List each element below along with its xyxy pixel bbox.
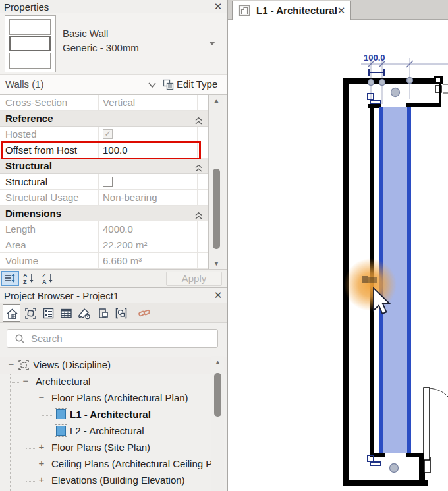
- expand-toggle[interactable]: +: [37, 474, 46, 485]
- wall-end-grip-top[interactable]: [391, 88, 400, 97]
- witness-grip[interactable]: [379, 80, 385, 86]
- collapse-toggle[interactable]: −: [37, 391, 46, 403]
- sort-descending-icon: Z A: [40, 272, 57, 285]
- project-browser-title: Project Browser - Project1: [4, 290, 119, 301]
- selection-filter-label[interactable]: Walls (1): [5, 78, 44, 90]
- tree-scrollbar[interactable]: ▲: [211, 356, 224, 491]
- tree-item-label: Elevations (Building Elevation): [51, 475, 185, 486]
- section-header-dimensions[interactable]: Dimensions: [0, 206, 208, 221]
- expand-toggle[interactable]: +: [37, 441, 46, 452]
- scroll-down-arrow[interactable]: ▼: [210, 260, 223, 267]
- witness-grip[interactable]: [407, 78, 413, 84]
- collapse-toggle[interactable]: −: [21, 375, 30, 386]
- hovered-control-icon[interactable]: [368, 277, 377, 283]
- properties-close-button[interactable]: ✕: [212, 1, 224, 13]
- column-divider: [98, 221, 99, 237]
- assemblies-icon[interactable]: [112, 304, 130, 322]
- hovered-control-icon[interactable]: [362, 276, 368, 283]
- svg-text:A: A: [42, 279, 47, 285]
- scrollbar-thumb[interactable]: [213, 169, 220, 249]
- scrollbar-thumb[interactable]: [214, 373, 221, 417]
- property-label: Structural Usage: [5, 190, 96, 205]
- floor-plan-tab-icon: [238, 5, 251, 17]
- svg-text:A: A: [23, 272, 28, 279]
- thumb-layer: [9, 53, 51, 69]
- property-row-hosted: Hosted✓: [0, 127, 208, 142]
- sheet-roll-icon[interactable]: [74, 304, 92, 322]
- door-leaf[interactable]: [424, 388, 430, 460]
- edit-type-button[interactable]: Edit Type: [177, 78, 217, 90]
- tree-item-label: Ceiling Plans (Architectural Ceiling Pla: [51, 458, 220, 469]
- chevron-down-icon[interactable]: [148, 82, 157, 88]
- apply-button[interactable]: Apply: [166, 272, 222, 286]
- flip-control-top[interactable]: [370, 100, 381, 103]
- views-3d-icon[interactable]: [22, 304, 40, 322]
- section-label: Structural: [5, 158, 183, 173]
- home-views-icon[interactable]: [3, 304, 20, 322]
- collapse-chevron-icon[interactable]: [195, 115, 202, 127]
- tree-item-label: Views (Discipline): [33, 359, 111, 370]
- collapse-chevron-icon[interactable]: [195, 163, 202, 175]
- collapse-toggle[interactable]: −: [7, 359, 16, 370]
- wall-end-grip-bottom[interactable]: [390, 464, 399, 473]
- column-divider: [197, 237, 198, 252]
- expand-toggle[interactable]: +: [37, 457, 46, 469]
- flip-control-bottom[interactable]: [370, 462, 381, 465]
- property-label: Volume: [5, 253, 96, 268]
- column-divider: [197, 174, 198, 189]
- dimension-value-label[interactable]: 100.0: [364, 53, 385, 63]
- column-divider: [197, 221, 198, 237]
- tree-item-views-discipline-[interactable]: −Views (Discipline): [0, 357, 227, 374]
- outer-wall-top[interactable]: [343, 78, 441, 84]
- view-tab-l1-architectural[interactable]: L1 - Architectural ✕: [232, 1, 351, 20]
- sort-ascending-button[interactable]: A Z: [20, 271, 38, 286]
- view-tab-bar: L1 - Architectural ✕: [228, 0, 448, 20]
- project-browser-close-button[interactable]: ✕: [212, 289, 224, 301]
- tree-item-architectural[interactable]: −Architectural: [0, 374, 227, 390]
- property-value: Vertical: [103, 95, 135, 110]
- groups-icon[interactable]: [94, 304, 112, 322]
- property-grid: Cross-SectionVerticalReferenceHosted✓Off…: [0, 95, 209, 269]
- scroll-up-arrow[interactable]: ▲: [210, 97, 223, 104]
- sort-custom-button[interactable]: [1, 271, 19, 286]
- sort-custom-icon: [2, 272, 18, 285]
- section-label: Reference: [5, 111, 183, 126]
- view-tab-close-button[interactable]: ✕: [335, 5, 347, 16]
- collapse-chevron-icon[interactable]: [195, 210, 202, 222]
- type-name: Generic - 300mm: [63, 42, 139, 53]
- tree-item-label: L1 - Architectural: [70, 409, 151, 420]
- section-header-structural[interactable]: Structural: [0, 158, 208, 174]
- tree-item-ceiling-plans-architectural-ceiling-pla[interactable]: +Ceiling Plans (Architectural Ceiling Pl…: [0, 456, 227, 473]
- type-selector-caret-icon[interactable]: [208, 40, 217, 46]
- property-value[interactable]: 100.0: [103, 142, 128, 158]
- section-header-reference[interactable]: Reference: [0, 111, 208, 127]
- schedules-icon[interactable]: [40, 304, 57, 322]
- tree-item-l2-architectural[interactable]: L2 - Architectural: [0, 423, 227, 440]
- svg-text:Z: Z: [23, 279, 27, 285]
- property-value: 4000.0: [103, 221, 133, 237]
- witness-grip[interactable]: [368, 80, 374, 86]
- selection-filter-row: Walls (1) Edit Type: [0, 74, 227, 95]
- door-frame-notch: [436, 78, 440, 82]
- door-swing-arc: [430, 388, 448, 397]
- tree-item-elevations-building-elevation-[interactable]: +Elevations (Building Elevation): [0, 473, 227, 489]
- sheets-table-icon[interactable]: [57, 304, 75, 322]
- structural-checkbox[interactable]: [103, 177, 113, 187]
- tree-item-label: L2 - Architectural: [70, 425, 144, 436]
- niche-wall: [439, 84, 441, 104]
- outer-wall-bottom[interactable]: [343, 480, 428, 486]
- revit-links-icon[interactable]: [135, 304, 153, 322]
- tree-item-label: Floor Plans (Site Plan): [51, 442, 150, 453]
- type-selector[interactable]: Basic Wall Generic - 300mm: [0, 13, 227, 74]
- tree-item-l1-architectural[interactable]: L1 - Architectural: [0, 407, 227, 423]
- column-divider: [197, 190, 198, 205]
- properties-scrollbar[interactable]: ▲ ▼: [210, 95, 223, 269]
- interior-wall-top-right[interactable]: [406, 103, 441, 107]
- property-label: Length: [5, 221, 96, 237]
- scroll-up-arrow[interactable]: ▲: [211, 359, 224, 366]
- search-input[interactable]: Search: [7, 329, 218, 348]
- tree-item-floor-plans-site-plan-[interactable]: +Floor Plans (Site Plan): [0, 440, 227, 456]
- drawing-canvas[interactable]: 100.0: [228, 20, 448, 491]
- sort-descending-button[interactable]: Z A: [40, 271, 57, 286]
- tree-item-floor-plans-architectural-plan-[interactable]: −Floor Plans (Architectural Plan): [0, 390, 227, 407]
